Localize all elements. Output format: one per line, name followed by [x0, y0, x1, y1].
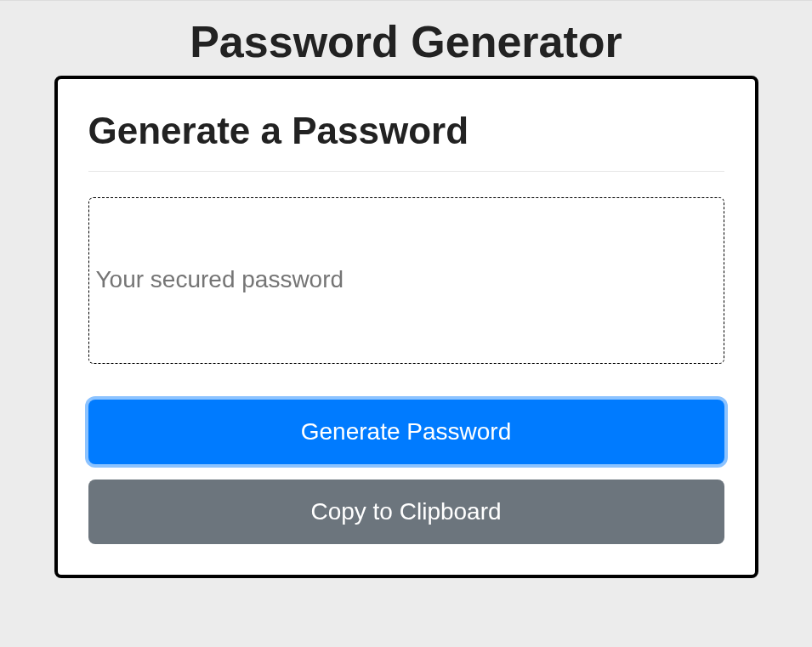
card-container: Generate a Password Generate Password Co…: [54, 76, 758, 578]
copy-to-clipboard-button[interactable]: Copy to Clipboard: [88, 480, 724, 544]
divider: [88, 171, 724, 172]
page-title: Password Generator: [0, 1, 812, 76]
password-output[interactable]: [88, 197, 724, 364]
card-title: Generate a Password: [88, 110, 724, 152]
generate-password-button[interactable]: Generate Password: [88, 400, 724, 464]
